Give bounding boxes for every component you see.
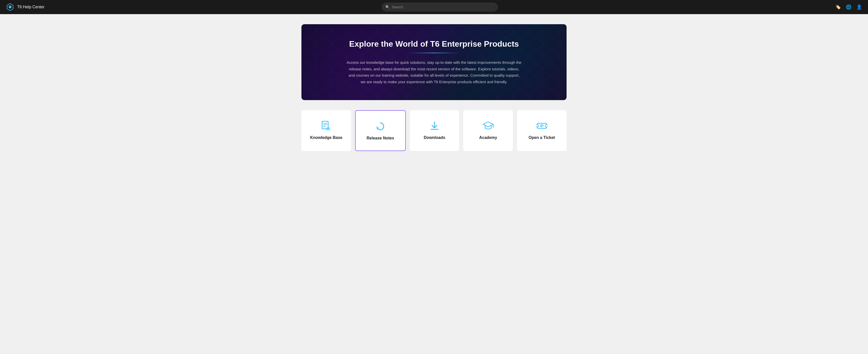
release-notes-icon [375,121,386,132]
release-notes-card[interactable]: Release Notes [355,110,406,151]
search-container: 🔍 [382,3,498,11]
header-right: 🏷️ 🌐 👤 [835,4,862,10]
svg-point-11 [545,124,548,127]
search-icon: 🔍 [385,5,390,9]
hero-divider [409,53,459,53]
academy-card[interactable]: Academy [463,110,513,151]
hero-banner: Explore the World of T6 Enterprise Produ… [302,24,566,100]
downloads-icon [429,120,440,131]
knowledge-base-icon [320,120,332,131]
open-ticket-label: Open a Ticket [528,136,555,140]
knowledge-base-card[interactable]: Knowledge Base [302,110,351,151]
svg-marker-7 [483,122,493,127]
search-input[interactable] [382,3,498,11]
header-left: T6 Help Center [6,3,44,11]
tag-icon[interactable]: 🏷️ [835,4,841,10]
header-center: 🔍 [364,3,516,11]
downloads-card[interactable]: Downloads [410,110,460,151]
hero-title: Explore the World of T6 Enterprise Produ… [321,39,547,49]
open-ticket-card[interactable]: Open a Ticket [517,110,566,151]
user-icon[interactable]: 👤 [857,4,862,10]
header: T6 Help Center 🔍 🏷️ 🌐 👤 [0,0,868,14]
globe-icon[interactable]: 🌐 [846,4,851,10]
svg-point-10 [536,124,538,127]
cards-section: Knowledge Base Release Notes Downloads [302,110,566,151]
downloads-label: Downloads [424,136,445,140]
knowledge-base-label: Knowledge Base [310,136,342,140]
logo-icon [6,3,14,11]
hero-content: Explore the World of T6 Enterprise Produ… [321,39,547,85]
header-title: T6 Help Center [17,5,44,9]
release-notes-label: Release Notes [367,136,394,141]
main-content: Explore the World of T6 Enterprise Produ… [296,14,572,161]
ticket-icon [536,120,548,131]
academy-icon [483,120,494,131]
hero-description: Access our knowledge base for quick solu… [346,59,522,85]
academy-label: Academy [479,136,497,140]
